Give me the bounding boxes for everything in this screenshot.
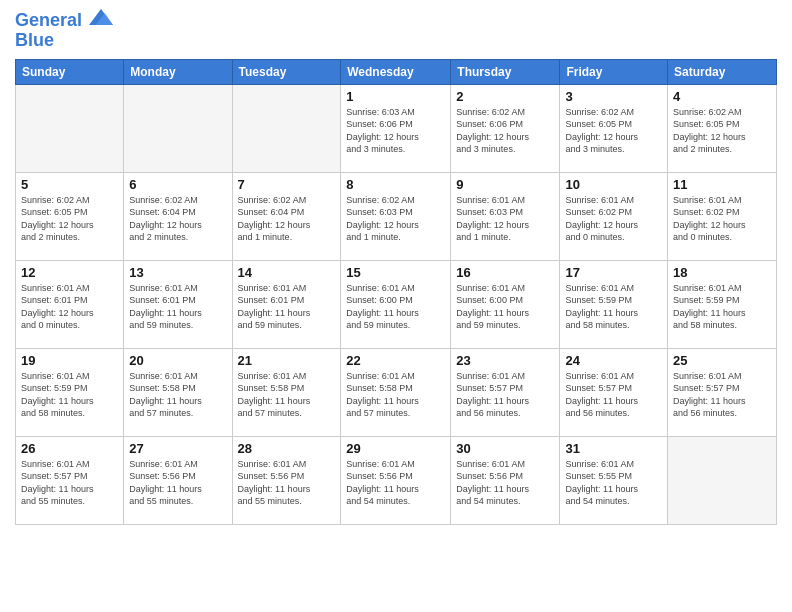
day-info: Sunrise: 6:02 AMSunset: 6:04 PMDaylight:… — [129, 194, 226, 244]
day-info: Sunrise: 6:02 AMSunset: 6:03 PMDaylight:… — [346, 194, 445, 244]
header: General Blue — [15, 10, 777, 51]
day-info: Sunrise: 6:02 AMSunset: 6:04 PMDaylight:… — [238, 194, 336, 244]
calendar-cell: 4Sunrise: 6:02 AMSunset: 6:05 PMDaylight… — [668, 84, 777, 172]
day-info: Sunrise: 6:02 AMSunset: 6:06 PMDaylight:… — [456, 106, 554, 156]
calendar-cell: 16Sunrise: 6:01 AMSunset: 6:00 PMDayligh… — [451, 260, 560, 348]
logo-blue: Blue — [15, 31, 113, 51]
calendar-cell: 15Sunrise: 6:01 AMSunset: 6:00 PMDayligh… — [341, 260, 451, 348]
calendar-cell: 13Sunrise: 6:01 AMSunset: 6:01 PMDayligh… — [124, 260, 232, 348]
calendar-cell: 10Sunrise: 6:01 AMSunset: 6:02 PMDayligh… — [560, 172, 668, 260]
calendar-header-row: SundayMondayTuesdayWednesdayThursdayFrid… — [16, 59, 777, 84]
calendar-week-5: 26Sunrise: 6:01 AMSunset: 5:57 PMDayligh… — [16, 436, 777, 524]
calendar-cell: 27Sunrise: 6:01 AMSunset: 5:56 PMDayligh… — [124, 436, 232, 524]
calendar-cell: 3Sunrise: 6:02 AMSunset: 6:05 PMDaylight… — [560, 84, 668, 172]
day-number: 30 — [456, 441, 554, 456]
day-number: 7 — [238, 177, 336, 192]
calendar-cell: 6Sunrise: 6:02 AMSunset: 6:04 PMDaylight… — [124, 172, 232, 260]
col-header-tuesday: Tuesday — [232, 59, 341, 84]
col-header-thursday: Thursday — [451, 59, 560, 84]
day-info: Sunrise: 6:01 AMSunset: 5:58 PMDaylight:… — [129, 370, 226, 420]
calendar-cell: 20Sunrise: 6:01 AMSunset: 5:58 PMDayligh… — [124, 348, 232, 436]
calendar-week-1: 1Sunrise: 6:03 AMSunset: 6:06 PMDaylight… — [16, 84, 777, 172]
calendar-cell — [16, 84, 124, 172]
calendar-cell: 9Sunrise: 6:01 AMSunset: 6:03 PMDaylight… — [451, 172, 560, 260]
calendar-cell: 21Sunrise: 6:01 AMSunset: 5:58 PMDayligh… — [232, 348, 341, 436]
day-number: 31 — [565, 441, 662, 456]
col-header-sunday: Sunday — [16, 59, 124, 84]
day-number: 8 — [346, 177, 445, 192]
day-number: 9 — [456, 177, 554, 192]
day-info: Sunrise: 6:01 AMSunset: 6:01 PMDaylight:… — [238, 282, 336, 332]
day-number: 6 — [129, 177, 226, 192]
day-number: 1 — [346, 89, 445, 104]
day-info: Sunrise: 6:02 AMSunset: 6:05 PMDaylight:… — [673, 106, 771, 156]
logo: General Blue — [15, 10, 113, 51]
day-info: Sunrise: 6:01 AMSunset: 5:57 PMDaylight:… — [673, 370, 771, 420]
day-number: 18 — [673, 265, 771, 280]
calendar-cell: 25Sunrise: 6:01 AMSunset: 5:57 PMDayligh… — [668, 348, 777, 436]
calendar-cell: 23Sunrise: 6:01 AMSunset: 5:57 PMDayligh… — [451, 348, 560, 436]
day-info: Sunrise: 6:01 AMSunset: 5:58 PMDaylight:… — [238, 370, 336, 420]
logo-icon — [89, 8, 113, 26]
day-number: 2 — [456, 89, 554, 104]
day-number: 22 — [346, 353, 445, 368]
calendar-cell: 19Sunrise: 6:01 AMSunset: 5:59 PMDayligh… — [16, 348, 124, 436]
col-header-friday: Friday — [560, 59, 668, 84]
col-header-wednesday: Wednesday — [341, 59, 451, 84]
day-info: Sunrise: 6:01 AMSunset: 6:01 PMDaylight:… — [129, 282, 226, 332]
day-info: Sunrise: 6:01 AMSunset: 6:01 PMDaylight:… — [21, 282, 118, 332]
day-number: 25 — [673, 353, 771, 368]
calendar-cell: 2Sunrise: 6:02 AMSunset: 6:06 PMDaylight… — [451, 84, 560, 172]
day-info: Sunrise: 6:01 AMSunset: 5:59 PMDaylight:… — [673, 282, 771, 332]
calendar-cell — [668, 436, 777, 524]
day-info: Sunrise: 6:01 AMSunset: 5:55 PMDaylight:… — [565, 458, 662, 508]
calendar-cell: 11Sunrise: 6:01 AMSunset: 6:02 PMDayligh… — [668, 172, 777, 260]
calendar-week-2: 5Sunrise: 6:02 AMSunset: 6:05 PMDaylight… — [16, 172, 777, 260]
day-info: Sunrise: 6:02 AMSunset: 6:05 PMDaylight:… — [565, 106, 662, 156]
logo-text: General — [15, 10, 113, 31]
day-number: 29 — [346, 441, 445, 456]
calendar-cell: 7Sunrise: 6:02 AMSunset: 6:04 PMDaylight… — [232, 172, 341, 260]
day-number: 28 — [238, 441, 336, 456]
day-number: 3 — [565, 89, 662, 104]
day-info: Sunrise: 6:01 AMSunset: 6:02 PMDaylight:… — [673, 194, 771, 244]
calendar-cell — [232, 84, 341, 172]
day-number: 21 — [238, 353, 336, 368]
day-number: 20 — [129, 353, 226, 368]
day-info: Sunrise: 6:03 AMSunset: 6:06 PMDaylight:… — [346, 106, 445, 156]
day-number: 14 — [238, 265, 336, 280]
page: General Blue SundayMondayTuesdayWednesda… — [0, 0, 792, 612]
day-number: 12 — [21, 265, 118, 280]
calendar-cell: 1Sunrise: 6:03 AMSunset: 6:06 PMDaylight… — [341, 84, 451, 172]
day-info: Sunrise: 6:01 AMSunset: 5:56 PMDaylight:… — [238, 458, 336, 508]
day-info: Sunrise: 6:01 AMSunset: 5:56 PMDaylight:… — [346, 458, 445, 508]
day-number: 19 — [21, 353, 118, 368]
col-header-monday: Monday — [124, 59, 232, 84]
day-number: 11 — [673, 177, 771, 192]
calendar-cell — [124, 84, 232, 172]
day-number: 24 — [565, 353, 662, 368]
day-number: 26 — [21, 441, 118, 456]
day-number: 16 — [456, 265, 554, 280]
calendar: SundayMondayTuesdayWednesdayThursdayFrid… — [15, 59, 777, 525]
day-number: 17 — [565, 265, 662, 280]
day-info: Sunrise: 6:01 AMSunset: 6:02 PMDaylight:… — [565, 194, 662, 244]
calendar-cell: 24Sunrise: 6:01 AMSunset: 5:57 PMDayligh… — [560, 348, 668, 436]
day-info: Sunrise: 6:01 AMSunset: 5:56 PMDaylight:… — [129, 458, 226, 508]
day-info: Sunrise: 6:01 AMSunset: 6:00 PMDaylight:… — [456, 282, 554, 332]
col-header-saturday: Saturday — [668, 59, 777, 84]
day-number: 13 — [129, 265, 226, 280]
day-info: Sunrise: 6:01 AMSunset: 5:57 PMDaylight:… — [21, 458, 118, 508]
day-number: 23 — [456, 353, 554, 368]
calendar-cell: 22Sunrise: 6:01 AMSunset: 5:58 PMDayligh… — [341, 348, 451, 436]
day-info: Sunrise: 6:01 AMSunset: 5:59 PMDaylight:… — [565, 282, 662, 332]
calendar-cell: 30Sunrise: 6:01 AMSunset: 5:56 PMDayligh… — [451, 436, 560, 524]
calendar-cell: 31Sunrise: 6:01 AMSunset: 5:55 PMDayligh… — [560, 436, 668, 524]
day-info: Sunrise: 6:01 AMSunset: 5:59 PMDaylight:… — [21, 370, 118, 420]
day-info: Sunrise: 6:02 AMSunset: 6:05 PMDaylight:… — [21, 194, 118, 244]
day-info: Sunrise: 6:01 AMSunset: 6:03 PMDaylight:… — [456, 194, 554, 244]
day-info: Sunrise: 6:01 AMSunset: 6:00 PMDaylight:… — [346, 282, 445, 332]
day-info: Sunrise: 6:01 AMSunset: 5:56 PMDaylight:… — [456, 458, 554, 508]
calendar-week-3: 12Sunrise: 6:01 AMSunset: 6:01 PMDayligh… — [16, 260, 777, 348]
day-number: 4 — [673, 89, 771, 104]
